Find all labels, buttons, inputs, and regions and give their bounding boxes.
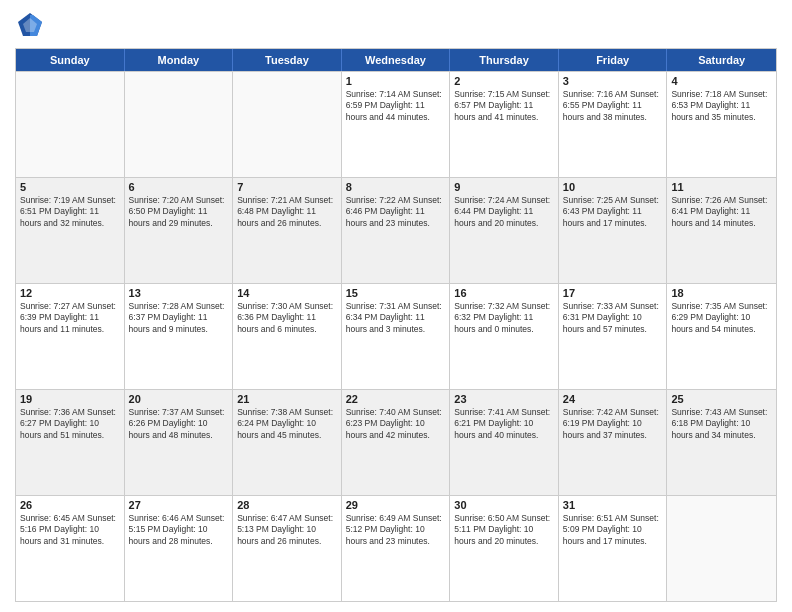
cal-cell: 29Sunrise: 6:49 AM Sunset: 5:12 PM Dayli…: [342, 496, 451, 601]
header-day-tuesday: Tuesday: [233, 49, 342, 71]
week-row-4: 26Sunrise: 6:45 AM Sunset: 5:16 PM Dayli…: [16, 495, 776, 601]
day-number: 19: [20, 393, 120, 405]
cell-text: Sunrise: 7:28 AM Sunset: 6:37 PM Dayligh…: [129, 301, 229, 335]
day-number: 26: [20, 499, 120, 511]
cal-cell: 9Sunrise: 7:24 AM Sunset: 6:44 PM Daylig…: [450, 178, 559, 283]
day-number: 24: [563, 393, 663, 405]
cell-text: Sunrise: 7:41 AM Sunset: 6:21 PM Dayligh…: [454, 407, 554, 441]
cell-text: Sunrise: 7:43 AM Sunset: 6:18 PM Dayligh…: [671, 407, 772, 441]
calendar: SundayMondayTuesdayWednesdayThursdayFrid…: [15, 48, 777, 602]
cal-cell: 23Sunrise: 7:41 AM Sunset: 6:21 PM Dayli…: [450, 390, 559, 495]
cal-cell: 12Sunrise: 7:27 AM Sunset: 6:39 PM Dayli…: [16, 284, 125, 389]
day-number: 21: [237, 393, 337, 405]
cal-cell: 13Sunrise: 7:28 AM Sunset: 6:37 PM Dayli…: [125, 284, 234, 389]
cal-cell: [233, 72, 342, 177]
day-number: 28: [237, 499, 337, 511]
cal-cell: 31Sunrise: 6:51 AM Sunset: 5:09 PM Dayli…: [559, 496, 668, 601]
cal-cell: 20Sunrise: 7:37 AM Sunset: 6:26 PM Dayli…: [125, 390, 234, 495]
day-number: 10: [563, 181, 663, 193]
cell-text: Sunrise: 7:14 AM Sunset: 6:59 PM Dayligh…: [346, 89, 446, 123]
cell-text: Sunrise: 7:33 AM Sunset: 6:31 PM Dayligh…: [563, 301, 663, 335]
cal-cell: 18Sunrise: 7:35 AM Sunset: 6:29 PM Dayli…: [667, 284, 776, 389]
week-row-1: 5Sunrise: 7:19 AM Sunset: 6:51 PM Daylig…: [16, 177, 776, 283]
day-number: 27: [129, 499, 229, 511]
header-day-friday: Friday: [559, 49, 668, 71]
cal-cell: 3Sunrise: 7:16 AM Sunset: 6:55 PM Daylig…: [559, 72, 668, 177]
day-number: 15: [346, 287, 446, 299]
cell-text: Sunrise: 7:24 AM Sunset: 6:44 PM Dayligh…: [454, 195, 554, 229]
cell-text: Sunrise: 7:26 AM Sunset: 6:41 PM Dayligh…: [671, 195, 772, 229]
cal-cell: 26Sunrise: 6:45 AM Sunset: 5:16 PM Dayli…: [16, 496, 125, 601]
header-day-monday: Monday: [125, 49, 234, 71]
cal-cell: 17Sunrise: 7:33 AM Sunset: 6:31 PM Dayli…: [559, 284, 668, 389]
logo-icon: [15, 10, 45, 40]
cell-text: Sunrise: 7:21 AM Sunset: 6:48 PM Dayligh…: [237, 195, 337, 229]
cell-text: Sunrise: 7:31 AM Sunset: 6:34 PM Dayligh…: [346, 301, 446, 335]
cell-text: Sunrise: 6:51 AM Sunset: 5:09 PM Dayligh…: [563, 513, 663, 547]
week-row-0: 1Sunrise: 7:14 AM Sunset: 6:59 PM Daylig…: [16, 71, 776, 177]
cal-cell: 10Sunrise: 7:25 AM Sunset: 6:43 PM Dayli…: [559, 178, 668, 283]
header-day-saturday: Saturday: [667, 49, 776, 71]
week-row-3: 19Sunrise: 7:36 AM Sunset: 6:27 PM Dayli…: [16, 389, 776, 495]
cell-text: Sunrise: 7:22 AM Sunset: 6:46 PM Dayligh…: [346, 195, 446, 229]
cell-text: Sunrise: 7:16 AM Sunset: 6:55 PM Dayligh…: [563, 89, 663, 123]
header-day-thursday: Thursday: [450, 49, 559, 71]
day-number: 9: [454, 181, 554, 193]
day-number: 12: [20, 287, 120, 299]
cell-text: Sunrise: 7:15 AM Sunset: 6:57 PM Dayligh…: [454, 89, 554, 123]
day-number: 17: [563, 287, 663, 299]
cal-cell: 27Sunrise: 6:46 AM Sunset: 5:15 PM Dayli…: [125, 496, 234, 601]
cal-cell: 24Sunrise: 7:42 AM Sunset: 6:19 PM Dayli…: [559, 390, 668, 495]
day-number: 4: [671, 75, 772, 87]
header-day-sunday: Sunday: [16, 49, 125, 71]
logo: [15, 10, 48, 40]
page: SundayMondayTuesdayWednesdayThursdayFrid…: [0, 0, 792, 612]
day-number: 3: [563, 75, 663, 87]
day-number: 14: [237, 287, 337, 299]
day-number: 7: [237, 181, 337, 193]
cal-cell: 21Sunrise: 7:38 AM Sunset: 6:24 PM Dayli…: [233, 390, 342, 495]
day-number: 16: [454, 287, 554, 299]
cell-text: Sunrise: 7:42 AM Sunset: 6:19 PM Dayligh…: [563, 407, 663, 441]
header: [15, 10, 777, 40]
day-number: 29: [346, 499, 446, 511]
day-number: 13: [129, 287, 229, 299]
cal-cell: 28Sunrise: 6:47 AM Sunset: 5:13 PM Dayli…: [233, 496, 342, 601]
cal-cell: 22Sunrise: 7:40 AM Sunset: 6:23 PM Dayli…: [342, 390, 451, 495]
cal-cell: 15Sunrise: 7:31 AM Sunset: 6:34 PM Dayli…: [342, 284, 451, 389]
day-number: 8: [346, 181, 446, 193]
day-number: 2: [454, 75, 554, 87]
cell-text: Sunrise: 7:20 AM Sunset: 6:50 PM Dayligh…: [129, 195, 229, 229]
cell-text: Sunrise: 6:46 AM Sunset: 5:15 PM Dayligh…: [129, 513, 229, 547]
cal-cell: 8Sunrise: 7:22 AM Sunset: 6:46 PM Daylig…: [342, 178, 451, 283]
cell-text: Sunrise: 7:25 AM Sunset: 6:43 PM Dayligh…: [563, 195, 663, 229]
calendar-header: SundayMondayTuesdayWednesdayThursdayFrid…: [16, 49, 776, 71]
calendar-body: 1Sunrise: 7:14 AM Sunset: 6:59 PM Daylig…: [16, 71, 776, 601]
cell-text: Sunrise: 7:18 AM Sunset: 6:53 PM Dayligh…: [671, 89, 772, 123]
cell-text: Sunrise: 7:35 AM Sunset: 6:29 PM Dayligh…: [671, 301, 772, 335]
cell-text: Sunrise: 7:30 AM Sunset: 6:36 PM Dayligh…: [237, 301, 337, 335]
cal-cell: 1Sunrise: 7:14 AM Sunset: 6:59 PM Daylig…: [342, 72, 451, 177]
cal-cell: 2Sunrise: 7:15 AM Sunset: 6:57 PM Daylig…: [450, 72, 559, 177]
cell-text: Sunrise: 6:47 AM Sunset: 5:13 PM Dayligh…: [237, 513, 337, 547]
header-day-wednesday: Wednesday: [342, 49, 451, 71]
cal-cell: 19Sunrise: 7:36 AM Sunset: 6:27 PM Dayli…: [16, 390, 125, 495]
cell-text: Sunrise: 6:45 AM Sunset: 5:16 PM Dayligh…: [20, 513, 120, 547]
cell-text: Sunrise: 7:36 AM Sunset: 6:27 PM Dayligh…: [20, 407, 120, 441]
day-number: 31: [563, 499, 663, 511]
cell-text: Sunrise: 6:50 AM Sunset: 5:11 PM Dayligh…: [454, 513, 554, 547]
day-number: 30: [454, 499, 554, 511]
day-number: 5: [20, 181, 120, 193]
cal-cell: 6Sunrise: 7:20 AM Sunset: 6:50 PM Daylig…: [125, 178, 234, 283]
cal-cell: [125, 72, 234, 177]
cell-text: Sunrise: 7:27 AM Sunset: 6:39 PM Dayligh…: [20, 301, 120, 335]
day-number: 11: [671, 181, 772, 193]
cal-cell: 30Sunrise: 6:50 AM Sunset: 5:11 PM Dayli…: [450, 496, 559, 601]
day-number: 6: [129, 181, 229, 193]
cal-cell: 4Sunrise: 7:18 AM Sunset: 6:53 PM Daylig…: [667, 72, 776, 177]
day-number: 18: [671, 287, 772, 299]
cal-cell: 25Sunrise: 7:43 AM Sunset: 6:18 PM Dayli…: [667, 390, 776, 495]
cell-text: Sunrise: 7:37 AM Sunset: 6:26 PM Dayligh…: [129, 407, 229, 441]
cal-cell: 5Sunrise: 7:19 AM Sunset: 6:51 PM Daylig…: [16, 178, 125, 283]
cal-cell: [16, 72, 125, 177]
